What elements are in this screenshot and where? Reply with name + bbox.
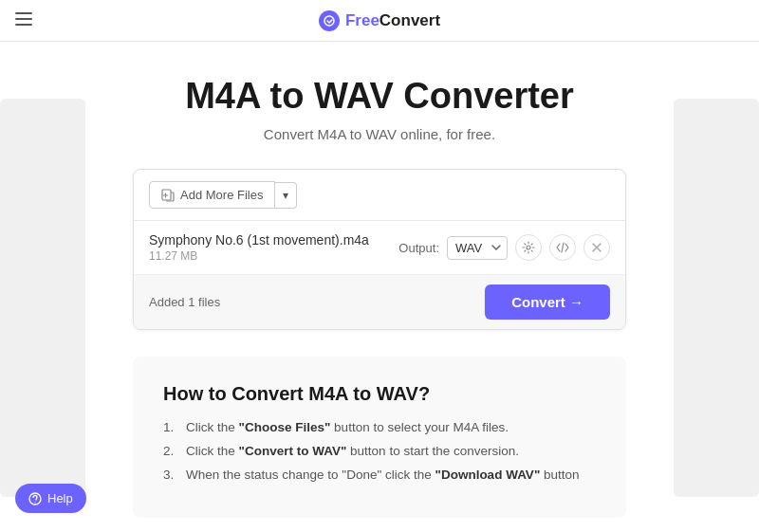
svg-point-3 xyxy=(324,16,334,26)
output-format-select[interactable]: WAV MP3 FLAC AAC OGG xyxy=(447,236,508,260)
svg-point-5 xyxy=(527,246,530,249)
how-to-steps: Click the "Choose Files" button to selec… xyxy=(163,420,596,482)
add-files-button[interactable]: Add More Files xyxy=(149,181,275,209)
close-icon xyxy=(591,242,602,253)
gear-icon xyxy=(522,241,535,254)
step-1-text: Click the "Choose Files" button to selec… xyxy=(186,420,509,434)
convert-button[interactable]: Convert → xyxy=(485,284,610,320)
svg-rect-0 xyxy=(15,12,32,14)
header: FreeConvert xyxy=(0,0,759,42)
page-subtitle: Convert M4A to WAV online, for free. xyxy=(264,126,495,142)
code-button[interactable] xyxy=(549,234,576,261)
file-name: Symphony No.6 (1st movement).m4a xyxy=(149,232,369,248)
step-2-text: Click the "Convert to WAV" button to sta… xyxy=(186,444,519,458)
file-row: Symphony No.6 (1st movement).m4a 11.27 M… xyxy=(134,221,625,275)
file-controls: Output: WAV MP3 FLAC AAC OGG xyxy=(398,234,610,261)
converter-box: Add More Files ▾ Symphony No.6 (1st move… xyxy=(133,169,626,330)
output-label: Output: xyxy=(398,241,439,255)
file-plus-icon xyxy=(161,189,175,202)
help-button[interactable]: Help xyxy=(15,484,86,513)
svg-rect-1 xyxy=(15,18,32,20)
svg-rect-2 xyxy=(15,24,32,26)
chevron-down-icon: ▾ xyxy=(283,189,288,202)
settings-button[interactable] xyxy=(515,234,542,261)
list-item: Click the "Convert to WAV" button to sta… xyxy=(163,444,596,458)
remove-file-button[interactable] xyxy=(583,234,610,261)
help-icon xyxy=(28,492,42,505)
files-count: Added 1 files xyxy=(149,295,220,309)
code-icon xyxy=(556,242,569,253)
right-panel xyxy=(674,99,759,497)
logo-text: FreeConvert xyxy=(345,11,440,30)
svg-point-9 xyxy=(34,501,35,502)
page-title: M4A to WAV Converter xyxy=(185,76,574,117)
logo[interactable]: FreeConvert xyxy=(319,10,440,31)
file-info: Symphony No.6 (1st movement).m4a 11.27 M… xyxy=(149,232,369,263)
add-files-dropdown[interactable]: ▾ xyxy=(275,182,297,209)
add-files-bar: Add More Files ▾ xyxy=(134,170,625,221)
convert-bar: Added 1 files Convert → xyxy=(134,275,625,329)
logo-icon xyxy=(319,10,340,31)
left-panel xyxy=(0,99,85,497)
main-content: M4A to WAV Converter Convert M4A to WAV … xyxy=(0,42,759,532)
menu-button[interactable] xyxy=(15,10,32,30)
file-size: 11.27 MB xyxy=(149,249,369,263)
step-3-text: When the status change to "Done" click t… xyxy=(186,468,580,482)
how-to-section: How to Convert M4A to WAV? Click the "Ch… xyxy=(133,357,626,518)
list-item: Click the "Choose Files" button to selec… xyxy=(163,420,596,434)
list-item: When the status change to "Done" click t… xyxy=(163,468,596,482)
how-to-title: How to Convert M4A to WAV? xyxy=(163,383,596,405)
svg-point-8 xyxy=(29,493,41,504)
